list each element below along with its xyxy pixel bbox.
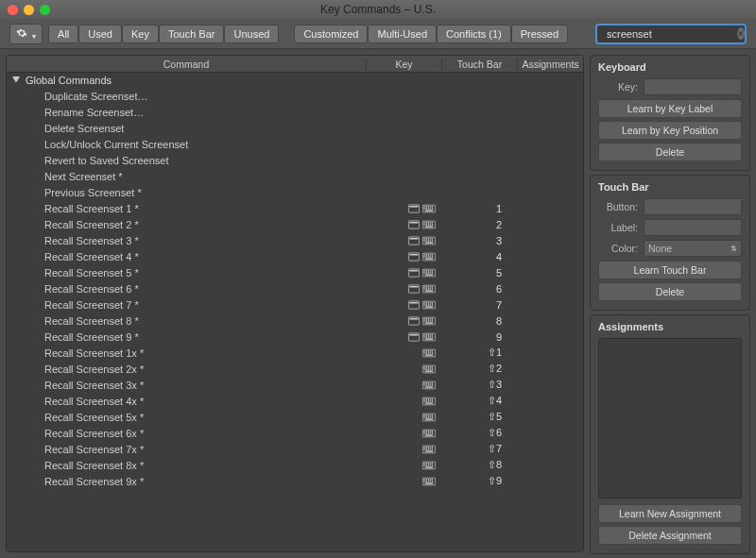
command-row[interactable]: Recall Screenset 8x *⇧8: [7, 457, 583, 473]
color-select[interactable]: None ⇅: [644, 240, 742, 257]
learn-by-key-position-button[interactable]: Learn by Key Position: [598, 121, 742, 140]
column-touchbar[interactable]: Touch Bar: [441, 59, 517, 70]
touchbar-icon: [408, 300, 420, 310]
command-row[interactable]: Next Screenset *: [7, 168, 583, 184]
column-assignments[interactable]: Assignments: [517, 59, 583, 70]
svg-rect-171: [423, 400, 424, 401]
svg-rect-166: [423, 398, 424, 399]
learn-by-key-label-button[interactable]: Learn by Key Label: [598, 99, 742, 118]
command-row[interactable]: Lock/Unlock Current Screenset: [7, 136, 583, 152]
touchbar-icon: [408, 236, 420, 245]
column-command[interactable]: Command: [7, 59, 366, 70]
keyboard-icon: [422, 477, 436, 486]
key-field[interactable]: [644, 78, 742, 95]
label-field[interactable]: [644, 219, 742, 236]
svg-rect-138: [430, 352, 431, 353]
keyboard-icon: [422, 380, 436, 390]
delete-key-button[interactable]: Delete: [598, 143, 742, 161]
command-row[interactable]: Recall Screenset 7x *⇧7: [7, 441, 583, 457]
filter-used[interactable]: Used: [78, 25, 122, 43]
svg-rect-94: [432, 302, 433, 303]
label-field-label: Label:: [598, 222, 638, 233]
command-row[interactable]: Duplicate Screenset…: [7, 88, 583, 104]
key-text: ⇧6: [488, 427, 502, 439]
touchbar-icon: [408, 220, 420, 229]
svg-rect-154: [423, 382, 424, 383]
delete-touch-bar-button[interactable]: Delete: [598, 282, 742, 301]
svg-rect-203: [426, 447, 427, 448]
window-title: Key Commands – U.S.: [0, 3, 756, 16]
group-row[interactable]: Global Commands: [7, 73, 583, 88]
command-row[interactable]: Recall Screenset 5x *⇧5: [7, 409, 583, 425]
search-field[interactable]: ✕: [595, 24, 747, 44]
svg-rect-228: [428, 479, 429, 480]
key-text: ⇧3: [488, 379, 502, 391]
filter-pressed[interactable]: Pressed: [511, 25, 568, 43]
gear-menu-button[interactable]: ▾: [9, 24, 43, 44]
command-label: Duplicate Screenset…: [44, 91, 366, 102]
learn-touch-bar-button[interactable]: Learn Touch Bar: [598, 261, 742, 279]
svg-rect-202: [423, 447, 424, 448]
svg-rect-8: [428, 206, 429, 207]
svg-rect-81: [423, 288, 424, 289]
assignments-list[interactable]: [598, 338, 742, 499]
filter-customized[interactable]: Customized: [294, 25, 368, 43]
svg-rect-139: [432, 352, 433, 353]
command-row[interactable]: Recall Screenset 4x *⇧4: [7, 393, 583, 409]
svg-rect-133: [430, 350, 431, 351]
command-row[interactable]: Recall Screenset 7 *7: [7, 296, 583, 313]
filter-multi-used[interactable]: Multi-Used: [368, 25, 437, 43]
svg-rect-4: [410, 206, 419, 208]
command-row[interactable]: Recall Screenset 6x *⇧6: [7, 425, 583, 441]
svg-rect-186: [430, 416, 431, 417]
clear-search-icon[interactable]: ✕: [737, 27, 745, 40]
command-row[interactable]: Recall Screenset 2 *2: [7, 216, 583, 232]
svg-rect-193: [430, 431, 431, 431]
svg-rect-164: [425, 386, 433, 387]
command-row[interactable]: Recall Screenset 3x *⇧3: [7, 377, 583, 393]
key-text: ⇧2: [488, 363, 502, 375]
command-row[interactable]: Recall Screenset 2x *⇧2: [7, 361, 583, 377]
search-input[interactable]: [607, 28, 737, 40]
command-row[interactable]: Recall Screenset 9 *9: [7, 329, 583, 345]
filter-unused[interactable]: Unused: [224, 25, 279, 43]
command-row[interactable]: Recall Screenset 3 *3: [7, 232, 583, 248]
command-row[interactable]: Revert to Saved Screenset: [7, 152, 583, 168]
svg-rect-9: [430, 206, 431, 207]
command-label: Recall Screenset 6x *: [44, 428, 366, 439]
learn-new-assignment-button[interactable]: Learn New Assignment: [598, 504, 742, 523]
svg-rect-150: [430, 368, 431, 369]
command-label: Recall Screenset 9 *: [44, 331, 366, 343]
command-row[interactable]: Recall Screenset 4 *4: [7, 248, 583, 264]
svg-rect-66: [432, 270, 433, 271]
keyboard-icon: [422, 268, 436, 278]
button-field[interactable]: [644, 198, 742, 215]
command-row[interactable]: Recall Screenset 9x *⇧9: [7, 473, 583, 489]
svg-rect-236: [425, 482, 433, 483]
key-text: ⇧7: [488, 443, 502, 455]
command-row[interactable]: Previous Screenset *: [7, 184, 583, 200]
command-row[interactable]: Rename Screenset…: [7, 104, 583, 120]
command-row[interactable]: Recall Screenset 8 *8: [7, 313, 583, 329]
svg-rect-68: [426, 272, 427, 273]
delete-assignment-button[interactable]: Delete Assignment: [598, 526, 742, 545]
svg-rect-119: [426, 334, 427, 335]
filter-touch-bar[interactable]: Touch Bar: [159, 25, 225, 43]
svg-rect-99: [432, 304, 433, 305]
command-row[interactable]: Recall Screenset 6 *6: [7, 280, 583, 296]
svg-rect-126: [430, 336, 431, 337]
svg-rect-173: [428, 400, 429, 401]
command-row[interactable]: Recall Screenset 1 *1: [7, 200, 583, 216]
command-row[interactable]: Delete Screenset: [7, 120, 583, 136]
key-text: 2: [489, 219, 502, 230]
svg-rect-121: [430, 334, 431, 335]
svg-rect-35: [426, 238, 427, 239]
svg-rect-44: [425, 242, 433, 243]
filter-key[interactable]: Key: [122, 25, 159, 43]
command-row[interactable]: Recall Screenset 1x *⇧1: [7, 345, 583, 361]
command-row[interactable]: Recall Screenset 5 *5: [7, 264, 583, 280]
filter-all[interactable]: All: [48, 25, 78, 43]
column-key[interactable]: Key: [366, 59, 441, 70]
svg-rect-211: [432, 448, 433, 449]
filter-conflicts-1-[interactable]: Conflicts (1): [437, 25, 511, 43]
